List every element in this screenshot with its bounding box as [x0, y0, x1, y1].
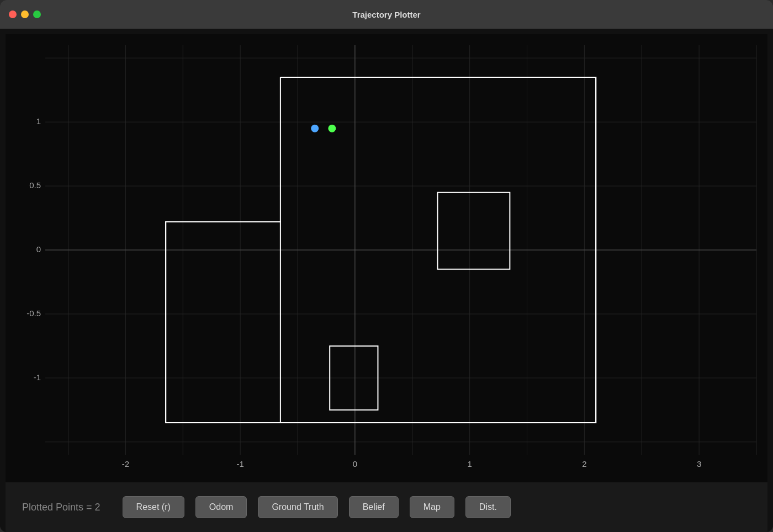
- dist-button[interactable]: Dist.: [465, 496, 511, 518]
- trajectory-canvas[interactable]: [6, 34, 767, 482]
- map-button[interactable]: Map: [410, 496, 454, 518]
- titlebar: Trajectory Plotter: [0, 0, 773, 29]
- bottom-bar: Plotted Points = 2 Reset (r) Odom Ground…: [6, 482, 767, 532]
- belief-button[interactable]: Belief: [349, 496, 399, 518]
- plot-area[interactable]: [6, 34, 767, 482]
- maximize-button[interactable]: [33, 10, 41, 18]
- odom-button[interactable]: Odom: [195, 496, 247, 518]
- close-button[interactable]: [9, 10, 17, 18]
- reset-button[interactable]: Reset (r): [123, 496, 184, 518]
- traffic-lights: [9, 10, 41, 18]
- app-window: Trajectory Plotter Plotted Points = 2 Re…: [0, 0, 773, 532]
- main-content: Plotted Points = 2 Reset (r) Odom Ground…: [0, 29, 773, 532]
- ground-truth-button[interactable]: Ground Truth: [258, 496, 337, 518]
- window-title: Trajectory Plotter: [352, 10, 420, 19]
- plotted-points-label: Plotted Points = 2: [22, 502, 100, 513]
- minimize-button[interactable]: [21, 10, 29, 18]
